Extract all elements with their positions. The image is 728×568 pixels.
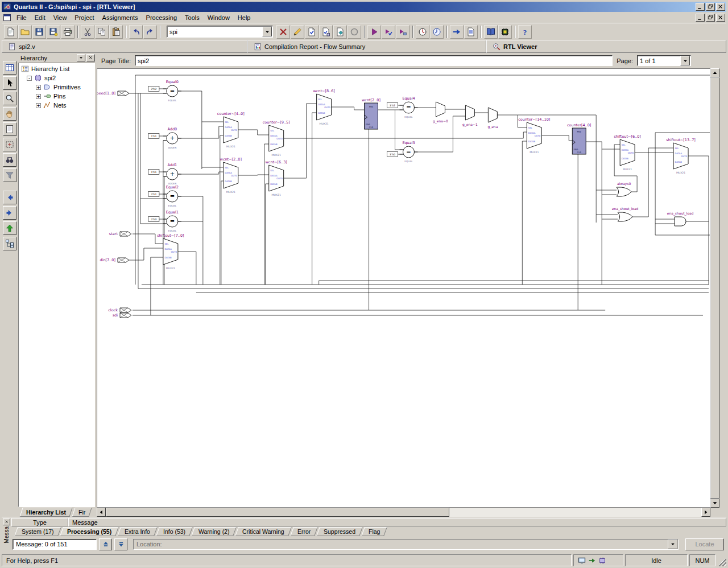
menu-help[interactable]: Help: [234, 13, 255, 23]
expander-expand-icon[interactable]: +: [36, 94, 41, 99]
mdi-close-button[interactable]: [716, 14, 725, 22]
input-pin-start[interactable]: start: [109, 232, 131, 237]
tree-item-spi2[interactable]: -spi2: [19, 73, 94, 83]
timing-analyzer-button[interactable]: [416, 25, 429, 39]
constant-2-h2[interactable]: 2'h2: [148, 87, 159, 92]
menu-window[interactable]: Window: [204, 13, 234, 23]
message-tab-error[interactable]: Error: [290, 527, 318, 536]
netlist-viewer-button[interactable]: [450, 25, 464, 39]
pin-planner-button[interactable]: [319, 25, 333, 39]
column-type[interactable]: Type: [11, 518, 68, 526]
settings-button[interactable]: [305, 25, 318, 39]
menu-project[interactable]: Project: [71, 13, 98, 23]
project-combobox[interactable]: spi: [167, 26, 273, 38]
component-equal3[interactable]: =Equal3EQUAL: [400, 141, 418, 163]
messages-close-button[interactable]: [3, 518, 10, 525]
input-pin-speed-1-0[interactable]: speed[1..0]: [97, 91, 129, 96]
save-button[interactable]: [32, 25, 46, 39]
menu-file[interactable]: File: [13, 13, 31, 23]
tab-spi2-v[interactable]: spi2.v: [2, 40, 247, 53]
schematic-canvas[interactable]: speed[1..0]startdin[7..0]clocksdi2'h21'h…: [97, 68, 710, 508]
tab-compilation-report-flow-summary[interactable]: Compilation Report - Flow Summary: [247, 40, 486, 53]
component-g-ena[interactable]: g_ena: [487, 108, 498, 129]
message-tab-flag[interactable]: Flag: [362, 527, 388, 536]
column-message[interactable]: Message: [68, 518, 726, 526]
component-equal2[interactable]: =Equal2EQUAL: [163, 185, 181, 208]
fit-page-button[interactable]: [3, 122, 16, 136]
save-all-button[interactable]: [47, 25, 60, 39]
input-pin-din-7-0[interactable]: din[7..0]: [100, 258, 129, 263]
message-tab-system-17[interactable]: System (17): [14, 527, 61, 536]
message-tab-suppressed[interactable]: Suppressed: [316, 527, 363, 536]
compilation-report-button[interactable]: [464, 25, 478, 39]
cut-button[interactable]: [81, 25, 94, 39]
tree-item-nets[interactable]: +Nets: [19, 101, 94, 110]
horizontal-scroll-thumb[interactable]: [106, 508, 449, 517]
full-screen-button[interactable]: [3, 61, 16, 75]
hierarchy-close-button[interactable]: [86, 54, 95, 61]
resize-grip[interactable]: [719, 559, 726, 566]
menu-processing[interactable]: Processing: [142, 13, 181, 23]
tab-rtl-viewer[interactable]: RTL Viewer: [486, 40, 726, 53]
programmer-button[interactable]: [498, 25, 512, 39]
vertical-scroll-thumb[interactable]: [710, 77, 719, 499]
component-wcnt-8-6[interactable]: wcnt~[8..6]SELDATAADATABOUT0MUX21: [313, 89, 334, 125]
component-wcnt-2-0[interactable]: wcnt[2..0]PREENACLR: [362, 98, 380, 129]
input-pin-sdi[interactable]: sdi: [113, 313, 131, 318]
component-wcnt-6-3[interactable]: wcnt~[6..3]SELDATAADATABOUT0MUX21: [266, 160, 287, 196]
new-button[interactable]: [4, 25, 18, 39]
menu-edit[interactable]: Edit: [31, 13, 49, 23]
hierarchy-tab-fir[interactable]: Fir: [72, 508, 92, 517]
undo-button[interactable]: [129, 25, 143, 39]
select-tool-button[interactable]: [3, 76, 16, 90]
input-pin-clock[interactable]: clock: [108, 308, 131, 313]
hierarchy-tab-hierarchy-list[interactable]: Hierarchy List: [19, 508, 72, 517]
constant-1-h1[interactable]: 1'h1: [148, 134, 159, 139]
tree-item-primitives[interactable]: +Primitives: [19, 83, 94, 92]
mdi-minimize-button[interactable]: [696, 14, 705, 22]
component-add0[interactable]: +Add0ADDER: [163, 127, 181, 150]
minimize-button[interactable]: [696, 3, 705, 11]
back-button[interactable]: [3, 191, 16, 204]
horizontal-scrollbar[interactable]: [97, 508, 710, 517]
print-button[interactable]: [61, 25, 75, 39]
page-select[interactable]: 1 of 1: [637, 55, 691, 66]
redo-button[interactable]: [143, 25, 157, 39]
find-button[interactable]: [3, 153, 16, 167]
component-wcnt-2-0[interactable]: wcnt~[2..0]SELDATAADATABOUT0MUX21: [220, 157, 242, 194]
expander-expand-icon[interactable]: +: [36, 103, 41, 108]
menu-assignments[interactable]: Assignments: [98, 13, 142, 23]
message-tab-extra-info[interactable]: Extra Info: [117, 527, 158, 536]
hierarchy-down-button[interactable]: [3, 237, 16, 250]
menu-tools[interactable]: Tools: [181, 13, 204, 23]
constant-1-h1[interactable]: 1'h1: [148, 170, 159, 175]
locate-button[interactable]: Locate: [685, 538, 724, 550]
scroll-right-button[interactable]: [701, 508, 710, 517]
scroll-up-button[interactable]: [710, 68, 719, 77]
help-button[interactable]: ?: [518, 25, 532, 39]
constant-2-h1[interactable]: 2'h1: [148, 192, 159, 197]
chip-planner-button[interactable]: [484, 25, 498, 39]
menu-view[interactable]: View: [49, 13, 71, 23]
x-tool-button[interactable]: [276, 25, 290, 39]
start-partition-button[interactable]: [396, 25, 410, 39]
tree-item-hierarchy-list[interactable]: Hierarchy List: [19, 64, 94, 73]
filter-button[interactable]: [3, 168, 16, 182]
constant-2-h0[interactable]: 2'h0: [148, 217, 159, 222]
timing-wizard-button[interactable]: [430, 25, 444, 39]
restore-button[interactable]: [706, 3, 715, 11]
message-tab-critical-warning[interactable]: Critical Warning: [235, 527, 292, 536]
message-tab-info-53[interactable]: Info (53): [156, 527, 193, 536]
design-partitions-button[interactable]: [333, 25, 347, 39]
component-equal0[interactable]: =Equal0EQUAL: [163, 80, 181, 102]
mdi-restore-button[interactable]: [706, 14, 715, 22]
hierarchy-dropdown-button[interactable]: [77, 54, 85, 61]
scroll-down-button[interactable]: [710, 499, 719, 508]
tree-item-pins[interactable]: +Pins: [19, 92, 94, 101]
message-tab-processing-55[interactable]: Processing (55): [60, 527, 119, 536]
forward-button[interactable]: [3, 206, 16, 220]
start-compilation-button[interactable]: [367, 25, 381, 39]
next-message-button[interactable]: [114, 538, 127, 550]
pan-tool-button[interactable]: [3, 107, 16, 121]
zoom-tool-button[interactable]: [3, 92, 16, 105]
